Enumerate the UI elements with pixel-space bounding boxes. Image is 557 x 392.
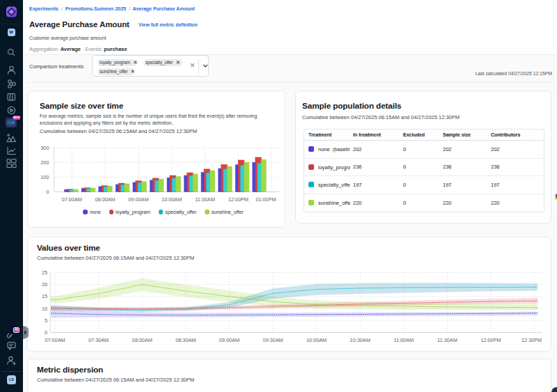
svg-text:12:00PM: 12:00PM	[228, 196, 249, 203]
svg-text:5: 5	[45, 317, 47, 324]
svg-text:08:00AM: 08:00AM	[95, 196, 115, 203]
svg-text:300: 300	[40, 145, 49, 151]
svg-text:12:00PM: 12:00PM	[480, 337, 501, 343]
svg-text:100: 100	[40, 174, 49, 180]
svg-text:08:30AM: 08:30AM	[175, 337, 196, 343]
svg-text:10:00AM: 10:00AM	[162, 196, 182, 203]
svg-text:10: 10	[42, 306, 47, 312]
svg-text:11:00AM: 11:00AM	[195, 196, 215, 203]
svg-text:09:00AM: 09:00AM	[128, 196, 148, 203]
svg-text:20: 20	[42, 281, 47, 288]
svg-text:200: 200	[40, 159, 49, 166]
svg-text:01:00PM: 01:00PM	[256, 196, 276, 203]
svg-text:11:00AM: 11:00AM	[393, 337, 414, 343]
svg-text:0: 0	[45, 329, 47, 336]
svg-text:15: 15	[42, 293, 47, 299]
svg-text:07:30AM: 07:30AM	[88, 337, 109, 343]
svg-text:08:00AM: 08:00AM	[132, 337, 152, 343]
svg-text:09:00AM: 09:00AM	[219, 337, 240, 343]
svg-text:07:00AM: 07:00AM	[45, 337, 65, 343]
svg-text:25: 25	[42, 269, 47, 276]
svg-text:12:30PM: 12:30PM	[521, 337, 542, 343]
svg-text:09:30AM: 09:30AM	[262, 337, 283, 343]
svg-text:0: 0	[46, 189, 49, 195]
svg-text:11:30AM: 11:30AM	[437, 337, 457, 343]
svg-text:07:00AM: 07:00AM	[62, 196, 82, 203]
svg-text:10:30AM: 10:30AM	[350, 337, 370, 343]
svg-text:10:00AM: 10:00AM	[306, 337, 327, 343]
